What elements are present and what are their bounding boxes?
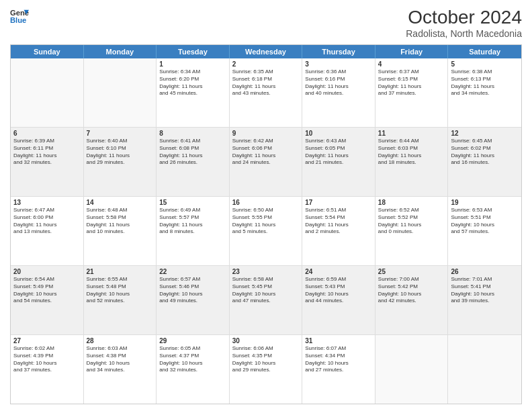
calendar-cell: 14Sunrise: 6:48 AMSunset: 5:58 PMDayligh… xyxy=(84,197,157,265)
calendar-cell: 25Sunrise: 7:00 AMSunset: 5:42 PMDayligh… xyxy=(375,266,449,334)
cell-info-line: and 34 minutes. xyxy=(87,367,154,374)
cell-info-line: Daylight: 10 hours xyxy=(305,360,372,367)
day-number: 15 xyxy=(159,199,226,206)
cell-info-line: Daylight: 11 hours xyxy=(159,83,226,91)
cell-info-line: and 37 minutes. xyxy=(378,90,445,97)
cell-info-line: Sunrise: 6:02 AM xyxy=(13,345,81,353)
calendar-cell: 31Sunrise: 6:07 AMSunset: 4:34 PMDayligh… xyxy=(302,335,375,404)
calendar-cell: 20Sunrise: 6:54 AMSunset: 5:49 PMDayligh… xyxy=(11,266,84,334)
cell-info-line: Daylight: 11 hours xyxy=(159,152,226,160)
cell-info-line: Sunrise: 6:55 AM xyxy=(87,276,154,283)
cell-info-line: and 49 minutes. xyxy=(159,298,226,305)
cell-info-line: and 26 minutes. xyxy=(159,159,226,167)
cell-info-line: Daylight: 11 hours xyxy=(159,222,226,229)
cell-info-line: Sunset: 6:20 PM xyxy=(159,76,226,83)
calendar-cell: 15Sunrise: 6:49 AMSunset: 5:57 PMDayligh… xyxy=(157,197,230,265)
cell-info-line: Sunrise: 7:00 AM xyxy=(378,276,445,283)
cell-info-line: Daylight: 11 hours xyxy=(87,152,154,160)
calendar-cell: 3Sunrise: 6:36 AMSunset: 6:16 PMDaylight… xyxy=(302,58,375,127)
cell-info-line: Sunrise: 6:39 AM xyxy=(13,138,81,145)
cell-info-line: Sunrise: 6:06 AM xyxy=(232,345,300,353)
header-day-sunday: Sunday xyxy=(11,45,84,58)
calendar-cell xyxy=(11,58,84,127)
day-number: 8 xyxy=(159,130,226,137)
cell-info-line: Sunrise: 6:58 AM xyxy=(232,276,300,283)
day-number: 20 xyxy=(13,268,81,275)
cell-info-line: Sunset: 6:05 PM xyxy=(305,145,372,152)
cell-info-line: Sunset: 5:54 PM xyxy=(305,214,372,222)
calendar-cell: 28Sunrise: 6:03 AMSunset: 4:38 PMDayligh… xyxy=(84,335,157,404)
calendar-cell: 26Sunrise: 7:01 AMSunset: 5:41 PMDayligh… xyxy=(448,266,521,334)
calendar: SundayMondayTuesdayWednesdayThursdayFrid… xyxy=(10,44,522,404)
cell-info-line: Sunset: 5:46 PM xyxy=(159,283,226,291)
cell-info-line: Sunset: 6:15 PM xyxy=(378,76,445,83)
cell-info-line: and 37 minutes. xyxy=(13,367,81,374)
header-day-tuesday: Tuesday xyxy=(157,45,230,58)
cell-info-line: Sunset: 6:03 PM xyxy=(378,145,445,152)
calendar-cell: 24Sunrise: 6:59 AMSunset: 5:43 PMDayligh… xyxy=(302,266,375,334)
cell-info-line: Sunset: 5:55 PM xyxy=(232,214,300,222)
day-number: 6 xyxy=(13,130,81,137)
month-title: October 2024 xyxy=(406,7,522,28)
calendar-cell: 18Sunrise: 6:52 AMSunset: 5:52 PMDayligh… xyxy=(375,197,449,265)
cell-info-line: and 29 minutes. xyxy=(87,159,154,167)
cell-info-line: Daylight: 11 hours xyxy=(232,83,300,91)
cell-info-line: Daylight: 11 hours xyxy=(378,222,445,229)
calendar-cell: 1Sunrise: 6:34 AMSunset: 6:20 PMDaylight… xyxy=(157,58,230,127)
cell-info-line: and 0 minutes. xyxy=(378,228,445,236)
cell-info-line: Sunrise: 6:50 AM xyxy=(232,207,300,214)
cell-info-line: Sunrise: 6:48 AM xyxy=(87,207,154,214)
cell-info-line: and 27 minutes. xyxy=(305,367,372,374)
calendar-cell: 7Sunrise: 6:40 AMSunset: 6:10 PMDaylight… xyxy=(84,128,157,196)
cell-info-line: Sunset: 5:57 PM xyxy=(159,214,226,222)
cell-info-line: Sunrise: 6:35 AM xyxy=(232,68,300,76)
cell-info-line: Sunset: 6:18 PM xyxy=(232,76,300,83)
cell-info-line: Sunrise: 6:49 AM xyxy=(159,207,226,214)
calendar-cell: 19Sunrise: 6:53 AMSunset: 5:51 PMDayligh… xyxy=(448,197,521,265)
cell-info-line: Sunset: 6:11 PM xyxy=(13,145,81,152)
cell-info-line: Sunrise: 6:41 AM xyxy=(159,138,226,145)
cell-info-line: and 18 minutes. xyxy=(378,159,445,167)
calendar-cell: 23Sunrise: 6:58 AMSunset: 5:45 PMDayligh… xyxy=(230,266,303,334)
calendar-cell: 17Sunrise: 6:51 AMSunset: 5:54 PMDayligh… xyxy=(302,197,375,265)
day-number: 11 xyxy=(378,130,445,137)
cell-info-line: and 40 minutes. xyxy=(305,90,372,97)
day-number: 31 xyxy=(305,337,372,345)
day-number: 7 xyxy=(87,130,154,137)
cell-info-line: Daylight: 10 hours xyxy=(159,291,226,298)
day-number: 23 xyxy=(232,268,300,275)
cell-info-line: Sunset: 5:49 PM xyxy=(13,283,81,291)
day-number: 19 xyxy=(451,199,519,206)
calendar-cell: 10Sunrise: 6:43 AMSunset: 6:05 PMDayligh… xyxy=(302,128,375,196)
day-number: 12 xyxy=(451,130,519,137)
day-number: 1 xyxy=(159,60,226,68)
cell-info-line: Sunset: 6:06 PM xyxy=(232,145,300,152)
calendar-cell: 11Sunrise: 6:44 AMSunset: 6:03 PMDayligh… xyxy=(375,128,449,196)
cell-info-line: Sunrise: 6:43 AM xyxy=(305,138,372,145)
cell-info-line: Daylight: 10 hours xyxy=(378,291,445,298)
calendar-cell: 12Sunrise: 6:45 AMSunset: 6:02 PMDayligh… xyxy=(448,128,521,196)
cell-info-line: Daylight: 11 hours xyxy=(305,222,372,229)
calendar-cell: 6Sunrise: 6:39 AMSunset: 6:11 PMDaylight… xyxy=(11,128,84,196)
cell-info-line: Sunset: 4:37 PM xyxy=(159,353,226,360)
cell-info-line: Sunrise: 6:47 AM xyxy=(13,207,81,214)
cell-info-line: Sunrise: 6:52 AM xyxy=(378,207,445,214)
cell-info-line: Sunset: 6:00 PM xyxy=(13,214,81,222)
day-number: 17 xyxy=(305,199,372,206)
cell-info-line: Sunset: 6:10 PM xyxy=(87,145,154,152)
day-number: 10 xyxy=(305,130,372,137)
cell-info-line: Sunrise: 6:38 AM xyxy=(451,68,519,76)
calendar-cell xyxy=(84,58,157,127)
cell-info-line: Sunrise: 6:03 AM xyxy=(87,345,154,353)
calendar-row-4: 27Sunrise: 6:02 AMSunset: 4:39 PMDayligh… xyxy=(11,335,521,404)
cell-info-line: and 13 minutes. xyxy=(13,228,81,236)
cell-info-line: Daylight: 11 hours xyxy=(305,83,372,91)
day-number: 18 xyxy=(378,199,445,206)
cell-info-line: Sunrise: 6:44 AM xyxy=(378,138,445,145)
calendar-cell: 5Sunrise: 6:38 AMSunset: 6:13 PMDaylight… xyxy=(448,58,521,127)
header-day-saturday: Saturday xyxy=(448,45,521,58)
day-number: 16 xyxy=(232,199,300,206)
calendar-cell xyxy=(375,335,449,404)
cell-info-line: Sunset: 4:34 PM xyxy=(305,353,372,360)
calendar-cell: 4Sunrise: 6:37 AMSunset: 6:15 PMDaylight… xyxy=(375,58,449,127)
